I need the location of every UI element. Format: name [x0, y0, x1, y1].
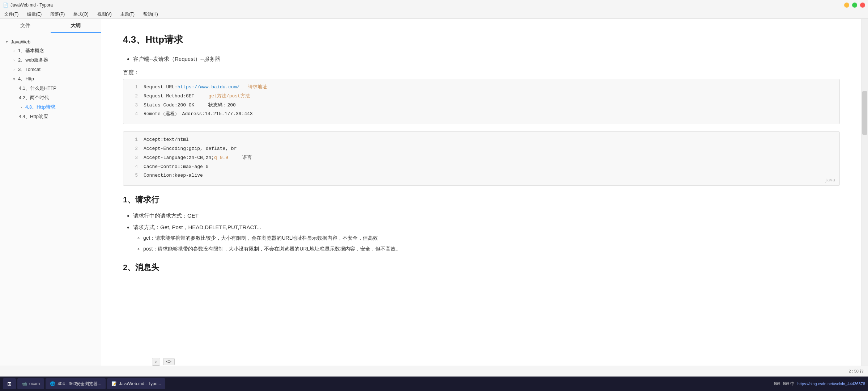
- line-num: 2: [129, 145, 138, 153]
- title-bar-text: JavaWeb.md - Typora: [10, 3, 53, 8]
- menu-bar: 文件(F) 编辑(E) 段落(P) 格式(O) 视图(V) 主题(T) 帮助(H…: [0, 10, 868, 19]
- sidebar-item-2[interactable]: › 2、web服务器: [7, 55, 101, 65]
- sidebar: 文件 大纲 ▼ JavaWeb › 1、基本概念 ›: [0, 19, 101, 366]
- line-num: 1: [129, 136, 138, 144]
- code-line-2-3: 3 Accept-Language:zh-CN,zh;q=0.9 语言: [129, 154, 834, 162]
- scrollbar-thumb[interactable]: [862, 91, 867, 135]
- sidebar-tabs: 文件 大纲: [0, 19, 101, 33]
- code-text: Accept-Language:zh-CN,zh;q=0.9 语言: [144, 154, 252, 162]
- sidebar-item-4-2[interactable]: 4.2、两个时代: [14, 93, 101, 102]
- menu-theme[interactable]: 主题(T): [119, 10, 136, 18]
- intro-bullet: 客户端--发请求（Request）--服务器: [133, 55, 840, 63]
- code-text: Remote（远程） Address:14.215.177.39:443: [144, 110, 253, 118]
- status-right: 2 : 50 行: [848, 369, 864, 374]
- sidebar-item-4-4[interactable]: 4.4、Http响应: [14, 112, 101, 121]
- code-line-1-4: 4 Remote（远程） Address:14.215.177.39:443: [129, 110, 834, 118]
- minimize-button[interactable]: [844, 3, 849, 8]
- chevron-right-icon: ›: [19, 105, 24, 110]
- cursor-position: 2 : 50 行: [848, 369, 864, 374]
- menu-format[interactable]: 格式(O): [72, 10, 90, 18]
- line-num: 4: [129, 163, 138, 171]
- taskbar-app-360[interactable]: 🌐 404 - 360安全浏览器...: [46, 378, 106, 389]
- code-line-1-3: 3 Status Code:200 OK 状态码：200: [129, 102, 834, 109]
- scrollbar[interactable]: [861, 19, 868, 366]
- sidebar-item-javaweb[interactable]: ▼ JavaWeb: [0, 38, 101, 46]
- sidebar-item-4-1[interactable]: 4.1、什么是HTTP: [14, 84, 101, 93]
- close-button[interactable]: [860, 3, 865, 8]
- sidebar-item-1[interactable]: › 1、基本概念: [7, 46, 101, 55]
- code-text: Accept-Encoding:gzip, deflate, br: [144, 145, 237, 153]
- code-line-2-1: 1 Accept:text/html: [129, 136, 834, 144]
- back-nav-button[interactable]: ‹: [152, 358, 160, 366]
- section1-sub-get: get：请求能够携带的参数比较少，大小有限制，会在浏览器的URL地址栏显示数据内…: [143, 234, 840, 243]
- line-num: 3: [129, 154, 138, 162]
- ocam-icon: 📹: [22, 381, 27, 386]
- section1-sub-post: post：请求能够携带的参数没有限制，大小没有限制，不会在浏览器的URL地址栏显…: [143, 245, 840, 253]
- section1-title: 1、请求行: [123, 194, 840, 205]
- sidebar-item-3[interactable]: › 3、Tomcat: [7, 65, 101, 74]
- taskbar-app-typora[interactable]: 📝 JavaWeb.md - Typo...: [107, 378, 165, 389]
- line-num: 5: [129, 172, 138, 180]
- start-button[interactable]: ⊞: [3, 378, 16, 389]
- code-line-1-2: 2 Request Method:GET get方法/post方法: [129, 93, 834, 100]
- main-layout: 文件 大纲 ▼ JavaWeb › 1、基本概念 ›: [0, 19, 868, 366]
- menu-help[interactable]: 帮助(H): [142, 10, 159, 18]
- code-text: Connection:keep-alive: [144, 172, 203, 180]
- tab-file[interactable]: 文件: [0, 19, 51, 33]
- intro-list: 客户端--发请求（Request）--服务器: [123, 55, 840, 63]
- line-num: 2: [129, 93, 138, 100]
- sidebar-item-3-label: 3、Tomcat: [18, 66, 41, 73]
- sidebar-item-4[interactable]: ▼ 4、Http: [7, 74, 101, 84]
- keyboard-icon: ⌨: [774, 381, 780, 386]
- chevron-down-icon: ▼: [4, 39, 9, 45]
- sidebar-item-4-3-label: 4.3、Http请求: [25, 104, 55, 110]
- tab-outline[interactable]: 大纲: [51, 19, 101, 33]
- line-num: 1: [129, 84, 138, 91]
- sidebar-item-javaweb-label: JavaWeb: [11, 39, 30, 45]
- sidebar-item-2-label: 2、web服务器: [18, 57, 48, 63]
- content-area[interactable]: 4.3、Http请求 客户端--发请求（Request）--服务器 百度： 1 …: [101, 19, 861, 366]
- code-block-1: 1 Request URL:https://www.baidu.com/ 请求地…: [123, 79, 840, 124]
- typora-icon: 📝: [111, 381, 117, 386]
- section1-list: 请求行中的请求方式：GET 请求方式：Get, Post，HEAD,DELETE…: [123, 211, 840, 253]
- input-method: ⌨ 中: [783, 381, 795, 387]
- chevron-down-icon: ▼: [12, 76, 17, 81]
- title-bar-icon: 📄: [3, 3, 8, 8]
- sidebar-item-4-4-label: 4.4、Http响应: [19, 113, 48, 120]
- code-line-1-1: 1 Request URL:https://www.baidu.com/ 请求地…: [129, 84, 834, 91]
- sidebar-item-4-1-label: 4.1、什么是HTTP: [19, 85, 56, 92]
- chevron-right-icon: ›: [12, 67, 17, 72]
- taskbar-url: https://blog.csdn.net/weixin_44436378: [797, 382, 865, 386]
- baidu-label: 百度：: [123, 69, 840, 76]
- menu-edit[interactable]: 编辑(E): [26, 10, 43, 18]
- taskbar: ⊞ 📹 ocam 🌐 404 - 360安全浏览器... 📝 JavaWeb.m…: [0, 377, 868, 391]
- menu-paragraph[interactable]: 段落(P): [49, 10, 66, 18]
- title-bar: 📄 JavaWeb.md - Typora: [0, 0, 868, 10]
- maximize-button[interactable]: [852, 3, 857, 8]
- code-view-button[interactable]: <>: [163, 358, 175, 365]
- menu-file[interactable]: 文件(F): [3, 10, 20, 18]
- code-text: Request URL:https://www.baidu.com/ 请求地址: [144, 84, 267, 91]
- outline-root: ▼ JavaWeb › 1、基本概念 › 2、web服务器: [0, 36, 101, 123]
- taskbar-app-ocam[interactable]: 📹 ocam: [17, 378, 44, 389]
- code-text: Accept:text/html: [144, 136, 189, 144]
- taskbar-right: ⌨ ⌨ 中 https://blog.csdn.net/weixin_44436…: [774, 381, 865, 387]
- section2-title: 2、消息头: [123, 262, 840, 273]
- code-line-2-4: 4 Cache-Control:max-age=0: [129, 163, 834, 171]
- menu-view[interactable]: 视图(V): [96, 10, 113, 18]
- code-text: Request Method:GET get方法/post方法: [144, 93, 250, 100]
- sidebar-item-4-2-label: 4.2、两个时代: [19, 94, 49, 101]
- browser-icon: 🌐: [50, 381, 55, 386]
- code-text: Cache-Control:max-age=0: [144, 163, 208, 171]
- sidebar-item-4-label: 4、Http: [18, 76, 34, 82]
- chevron-right-icon: ›: [12, 48, 17, 53]
- line-num: 3: [129, 102, 138, 109]
- windows-icon: ⊞: [7, 381, 12, 387]
- code-block-2: 1 Accept:text/html 2 Accept-Encoding:gzi…: [123, 131, 840, 186]
- sidebar-item-4-3[interactable]: › 4.3、Http请求: [14, 102, 101, 112]
- line-num: 4: [129, 110, 138, 118]
- main-heading: 4.3、Http请求: [123, 33, 840, 46]
- code-block-label: java: [825, 177, 835, 182]
- section1-bullet-2: 请求方式：Get, Post，HEAD,DELETE,PUT,TRACT... …: [133, 223, 840, 253]
- sidebar-item-1-label: 1、基本概念: [18, 47, 44, 54]
